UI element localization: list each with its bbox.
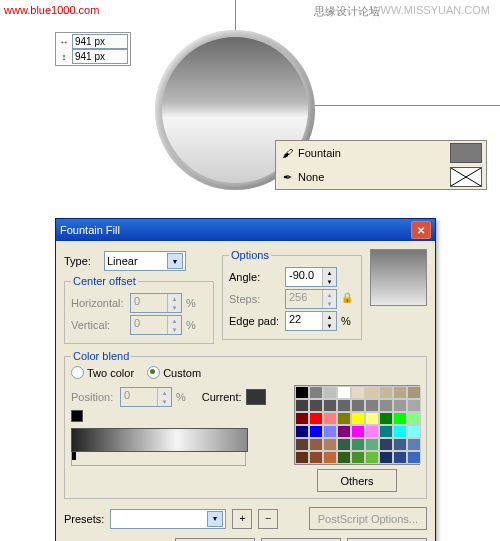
- chevron-down-icon[interactable]: ▾: [207, 511, 223, 527]
- palette-swatch[interactable]: [379, 386, 393, 399]
- lock-icon[interactable]: 🔒: [341, 292, 355, 306]
- palette-swatch[interactable]: [295, 412, 309, 425]
- position-spinner: 0▲▼: [120, 387, 172, 407]
- dialog-title: Fountain Fill: [60, 224, 411, 236]
- palette-swatch[interactable]: [323, 399, 337, 412]
- palette-swatch[interactable]: [309, 451, 323, 464]
- type-label: Type:: [64, 255, 100, 267]
- palette-swatch[interactable]: [379, 399, 393, 412]
- palette-swatch[interactable]: [351, 399, 365, 412]
- outline-swatch[interactable]: [450, 167, 482, 187]
- palette-swatch[interactable]: [379, 451, 393, 464]
- fill-label: Fountain: [298, 147, 341, 159]
- edgepad-label: Edge pad:: [229, 315, 281, 327]
- palette-swatch[interactable]: [323, 386, 337, 399]
- titlebar[interactable]: Fountain Fill ✕: [56, 219, 435, 241]
- current-label: Current:: [202, 391, 242, 403]
- palette-swatch[interactable]: [393, 412, 407, 425]
- object-size-box[interactable]: ↔ 941 px ↕ 941 px: [55, 32, 131, 66]
- palette-swatch[interactable]: [337, 399, 351, 412]
- palette-swatch[interactable]: [365, 399, 379, 412]
- palette-swatch[interactable]: [365, 386, 379, 399]
- palette-swatch[interactable]: [323, 451, 337, 464]
- fill-swatch[interactable]: [450, 143, 482, 163]
- postscript-button: PostScript Options...: [309, 507, 427, 530]
- palette-swatch[interactable]: [393, 425, 407, 438]
- center-offset-legend: Center offset: [71, 275, 138, 287]
- palette-swatch[interactable]: [393, 386, 407, 399]
- palette-swatch[interactable]: [379, 412, 393, 425]
- others-button[interactable]: Others: [317, 469, 397, 492]
- palette-swatch[interactable]: [309, 412, 323, 425]
- palette-swatch[interactable]: [323, 425, 337, 438]
- chevron-down-icon[interactable]: ▾: [167, 253, 183, 269]
- palette-swatch[interactable]: [309, 399, 323, 412]
- guide-line-h: [310, 105, 500, 106]
- presets-combo[interactable]: ▾: [110, 509, 226, 529]
- palette-swatch[interactable]: [295, 425, 309, 438]
- options-legend: Options: [229, 249, 271, 261]
- current-swatch[interactable]: [246, 389, 266, 405]
- palette-swatch[interactable]: [393, 399, 407, 412]
- height-input[interactable]: 941 px: [72, 49, 128, 64]
- palette-swatch[interactable]: [407, 425, 421, 438]
- custom-radio[interactable]: Custom: [147, 366, 201, 379]
- palette-swatch[interactable]: [351, 386, 365, 399]
- palette-swatch[interactable]: [309, 438, 323, 451]
- palette-swatch[interactable]: [407, 438, 421, 451]
- palette-swatch[interactable]: [365, 412, 379, 425]
- preset-add-button[interactable]: +: [232, 509, 252, 529]
- palette-swatch[interactable]: [365, 451, 379, 464]
- palette-swatch[interactable]: [337, 386, 351, 399]
- edgepad-spinner[interactable]: 22▲▼: [285, 311, 337, 331]
- palette-swatch[interactable]: [337, 425, 351, 438]
- palette-swatch[interactable]: [309, 386, 323, 399]
- gradient-track[interactable]: [71, 452, 246, 466]
- palette-swatch[interactable]: [337, 451, 351, 464]
- watermark-left: www.blue1000.com: [4, 4, 99, 16]
- palette-swatch[interactable]: [295, 451, 309, 464]
- palette-swatch[interactable]: [393, 438, 407, 451]
- palette-swatch[interactable]: [351, 412, 365, 425]
- palette-swatch[interactable]: [337, 412, 351, 425]
- palette-swatch[interactable]: [295, 399, 309, 412]
- vertical-spinner: 0▲▼: [130, 315, 182, 335]
- palette-swatch[interactable]: [323, 438, 337, 451]
- palette-swatch[interactable]: [295, 438, 309, 451]
- gradient-preview: [370, 249, 427, 306]
- palette-swatch[interactable]: [351, 425, 365, 438]
- close-button[interactable]: ✕: [411, 221, 431, 239]
- palette-swatch[interactable]: [407, 412, 421, 425]
- fill-bucket-icon[interactable]: 🖌: [280, 146, 294, 160]
- palette-swatch[interactable]: [407, 386, 421, 399]
- palette-swatch[interactable]: [295, 386, 309, 399]
- palette-swatch[interactable]: [309, 425, 323, 438]
- palette-swatch[interactable]: [365, 438, 379, 451]
- steps-spinner: 256▲▼: [285, 289, 337, 309]
- color-palette[interactable]: [294, 385, 420, 465]
- outline-pen-icon[interactable]: ✒: [280, 170, 294, 184]
- width-input[interactable]: 941 px: [72, 34, 128, 49]
- palette-swatch[interactable]: [379, 425, 393, 438]
- palette-swatch[interactable]: [351, 451, 365, 464]
- center-offset-group: Center offset Horizontal: 0▲▼ % Vertical…: [64, 275, 214, 344]
- watermark-mid: 思缘设计论坛: [314, 4, 380, 19]
- palette-swatch[interactable]: [323, 412, 337, 425]
- palette-swatch[interactable]: [393, 451, 407, 464]
- palette-swatch[interactable]: [407, 451, 421, 464]
- vertical-label: Vertical:: [71, 319, 126, 331]
- palette-swatch[interactable]: [365, 425, 379, 438]
- height-icon: ↕: [58, 52, 70, 62]
- palette-swatch[interactable]: [351, 438, 365, 451]
- palette-swatch[interactable]: [379, 438, 393, 451]
- gradient-bar[interactable]: [71, 428, 248, 452]
- two-color-radio[interactable]: Two color: [71, 366, 134, 379]
- angle-spinner[interactable]: -90.0▲▼: [285, 267, 337, 287]
- palette-swatch[interactable]: [407, 399, 421, 412]
- preset-remove-button[interactable]: −: [258, 509, 278, 529]
- gradient-marker[interactable]: [72, 452, 76, 460]
- palette-swatch[interactable]: [337, 438, 351, 451]
- gradient-start-marker[interactable]: [71, 410, 83, 422]
- width-icon: ↔: [58, 37, 70, 47]
- type-combo[interactable]: Linear ▾: [104, 251, 186, 271]
